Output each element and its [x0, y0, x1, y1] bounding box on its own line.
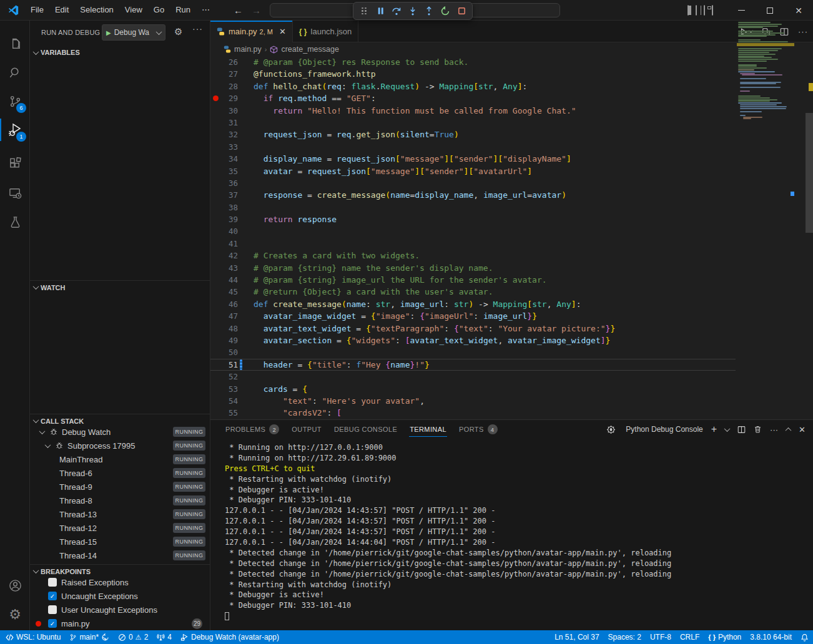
menu-item-run[interactable]: Run: [170, 2, 196, 18]
git-branch-status[interactable]: main*: [65, 630, 114, 644]
code-line[interactable]: 47 avatar_image_widget = {"image": {"ima…: [210, 310, 736, 322]
eol-setting[interactable]: CRLF: [676, 630, 704, 644]
breakpoint-row[interactable]: Raised Exceptions: [30, 575, 210, 589]
code-line[interactable]: 36: [210, 177, 736, 189]
breadcrumb-file[interactable]: main.py: [234, 45, 262, 54]
code-line[interactable]: 55 "cardsV2": [: [210, 407, 736, 419]
breadcrumb-symbol[interactable]: create_message: [281, 45, 338, 54]
code-line[interactable]: 45# @return {Object} a card with the use…: [210, 286, 736, 298]
sidebar-item-explorer[interactable]: [0, 29, 30, 58]
section-watch[interactable]: WATCH: [30, 280, 210, 294]
maximize-button[interactable]: [756, 0, 784, 21]
kill-terminal-icon[interactable]: [754, 425, 762, 434]
step-out-icon[interactable]: [421, 4, 436, 19]
remote-indicator[interactable]: WSL: Ubuntu: [0, 630, 65, 644]
panel-tab-output[interactable]: OUTPUT: [285, 420, 328, 439]
step-into-icon[interactable]: [405, 4, 420, 19]
notifications-bell-icon[interactable]: [796, 630, 813, 644]
code-line[interactable]: 35 avatar = request_json["message"]["sen…: [210, 165, 736, 177]
breakpoint-row[interactable]: ✓Uncaught Exceptions: [30, 589, 210, 603]
split-terminal-icon[interactable]: [737, 426, 746, 434]
call-stack-row[interactable]: Thread-14RUNNING: [30, 549, 210, 562]
code-line[interactable]: 43# @param {string} name the sender's di…: [210, 262, 736, 274]
menu-item-go[interactable]: Go: [148, 2, 170, 18]
code-line[interactable]: 29 if req.method == "GET":: [210, 92, 736, 104]
section-variables[interactable]: VARIABLES: [30, 46, 210, 59]
code-line[interactable]: 31: [210, 117, 736, 129]
code-line[interactable]: 52: [210, 371, 736, 383]
python-interpreter[interactable]: 3.8.10 64-bit: [746, 630, 796, 644]
debug-config-dropdown[interactable]: ▶ Debug Wa: [102, 24, 165, 41]
code-line[interactable]: 30 return "Hello! This function must be …: [210, 105, 736, 117]
call-stack-row[interactable]: MainThreadRUNNING: [30, 452, 210, 466]
step-over-icon[interactable]: [389, 4, 404, 19]
breakpoint-glyph[interactable]: [210, 92, 221, 104]
terminal-output[interactable]: * Running on http://127.0.0.1:9000 * Run…: [225, 442, 807, 628]
breakpoint-checkbox[interactable]: [48, 605, 57, 614]
code-line[interactable]: 49 avatar_section = {"widgets": [avatar_…: [210, 334, 736, 346]
sidebar-item-accounts[interactable]: [0, 571, 30, 600]
code-line[interactable]: 51 header = {"title": f"Hey {name}!"}: [210, 359, 736, 371]
code-line[interactable]: 44# @param {string} image_url the URL fo…: [210, 274, 736, 286]
code-line[interactable]: 54 "text": "Here's your avatar",: [210, 395, 736, 407]
code-line[interactable]: 39 return response: [210, 213, 736, 225]
nav-back-icon[interactable]: ←: [234, 5, 243, 16]
stop-icon[interactable]: [454, 4, 469, 19]
code-line[interactable]: 33: [210, 141, 736, 153]
breakpoint-checkbox[interactable]: ✓: [48, 619, 57, 628]
toolbar-drag-handle-icon[interactable]: [357, 4, 372, 19]
code-line[interactable]: 27@functions_framework.http: [210, 68, 736, 80]
code-line[interactable]: 32 request_json = req.get_json(silent=Tr…: [210, 129, 736, 140]
menu-item-[interactable]: ⋯: [196, 2, 215, 18]
tab-main-py[interactable]: main.py 2, M ✕: [210, 21, 293, 42]
restart-icon[interactable]: [438, 4, 453, 19]
call-stack-row[interactable]: Debug WatchRUNNING: [30, 425, 210, 439]
panel-tab-debug-console[interactable]: DEBUG CONSOLE: [328, 420, 403, 439]
code-line[interactable]: 34 display_name = request_json["message"…: [210, 153, 736, 165]
call-stack-row[interactable]: Thread-13RUNNING: [30, 507, 210, 521]
menu-item-edit[interactable]: Edit: [49, 2, 74, 18]
call-stack-row[interactable]: Thread-8RUNNING: [30, 494, 210, 507]
indentation-setting[interactable]: Spaces: 2: [604, 630, 646, 644]
code-line[interactable]: 41: [210, 238, 736, 250]
panel-more-actions-icon[interactable]: ···: [770, 425, 778, 434]
customize-layout-icon[interactable]: [712, 6, 713, 15]
menu-item-view[interactable]: View: [119, 2, 148, 18]
minimize-button[interactable]: [727, 0, 756, 21]
toggle-secondary-sidebar-icon[interactable]: [704, 6, 705, 15]
panel-tab-terminal[interactable]: TERMINAL: [403, 420, 453, 439]
encoding-setting[interactable]: UTF-8: [646, 630, 676, 644]
new-terminal-icon[interactable]: +: [711, 424, 717, 435]
maximize-panel-icon[interactable]: [786, 427, 792, 433]
sidebar-item-source-control[interactable]: 6: [0, 87, 30, 115]
forwarded-ports-status[interactable]: 4: [152, 630, 176, 644]
call-stack-row[interactable]: Thread-9RUNNING: [30, 480, 210, 494]
toggle-panel-icon[interactable]: [696, 6, 697, 15]
breakpoint-row[interactable]: ✓main.py29: [30, 617, 210, 630]
code-line[interactable]: 50: [210, 346, 736, 358]
debug-settings-gear-icon[interactable]: ⚙: [174, 26, 182, 37]
breakpoint-checkbox[interactable]: [48, 578, 57, 587]
debug-session-status[interactable]: Debug Watch (avatar-app): [176, 630, 283, 644]
code-line[interactable]: 26# @param {Object} res Response to send…: [210, 56, 736, 68]
code-line[interactable]: 37 response = create_message(name=displa…: [210, 189, 736, 201]
sidebar-item-testing[interactable]: [0, 208, 30, 237]
close-tab-icon[interactable]: ✕: [279, 27, 286, 36]
call-stack-row[interactable]: Thread-15RUNNING: [30, 535, 210, 549]
terminal-instance-label[interactable]: Python Debug Console: [626, 425, 702, 434]
code-line[interactable]: 40: [210, 225, 736, 237]
scrollbar-slider[interactable]: [806, 113, 813, 233]
call-stack-row[interactable]: Thread-6RUNNING: [30, 466, 210, 480]
nav-forward-icon[interactable]: →: [252, 5, 261, 16]
problems-status[interactable]: 0 ⚠ 2: [114, 630, 152, 644]
debug-more-actions-icon[interactable]: ···: [192, 24, 203, 34]
code-line[interactable]: 38: [210, 202, 736, 213]
sidebar-item-extensions[interactable]: [0, 149, 30, 178]
code-editor[interactable]: 26# @param {Object} res Response to send…: [210, 56, 813, 419]
call-stack-row[interactable]: Thread-12RUNNING: [30, 521, 210, 535]
cursor-position[interactable]: Ln 51, Col 37: [549, 630, 603, 644]
menu-item-file[interactable]: File: [25, 2, 49, 18]
code-line[interactable]: 46def create_message(name: str, image_ur…: [210, 298, 736, 310]
menu-item-selection[interactable]: Selection: [74, 2, 119, 18]
code-line[interactable]: 53 cards = {: [210, 383, 736, 395]
